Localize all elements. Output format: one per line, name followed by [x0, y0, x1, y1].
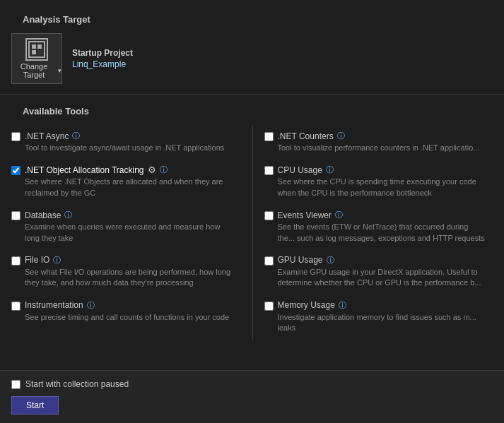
- info-icon-net-async[interactable]: ⓘ: [72, 131, 80, 141]
- tool-item-events-viewer: Events Viewer ⓘ See the events (ETW or N…: [252, 204, 493, 249]
- tool-item-net-object-allocation: .NET Object Allocation Tracking ⚙ ⓘ See …: [11, 159, 252, 204]
- tool-checkbox-memory-usage[interactable]: [264, 302, 274, 311]
- analysis-target-title: Analysis Target: [11, 7, 493, 29]
- tool-content-memory-usage: Memory Usage ⓘ Investigate application m…: [278, 300, 488, 334]
- tool-checkbox-database[interactable]: [11, 211, 20, 220]
- tools-grid: .NET Async ⓘ Tool to investigate async/a…: [11, 125, 493, 340]
- available-tools-title: Available Tools: [11, 99, 493, 121]
- target-row: Change Target ▾ Startup Project Linq_Exa…: [11, 33, 493, 84]
- tool-content-database: Database ⓘ Examine when queries were exe…: [25, 210, 237, 244]
- tool-content-file-io: File IO ⓘ See what File I/O operations a…: [25, 255, 237, 289]
- info-icon-net-object-allocation[interactable]: ⓘ: [160, 165, 168, 175]
- info-icon-cpu-usage[interactable]: ⓘ: [326, 165, 334, 175]
- tool-name-net-object-allocation: .NET Object Allocation Tracking: [25, 165, 144, 175]
- tool-checkbox-cpu-usage[interactable]: [264, 166, 274, 175]
- info-icon-events-viewer[interactable]: ⓘ: [335, 210, 343, 220]
- tool-name-cpu-usage: CPU Usage: [278, 165, 322, 175]
- info-icon-instrumentation[interactable]: ⓘ: [87, 300, 95, 311]
- tool-checkbox-gpu-usage[interactable]: [264, 256, 274, 266]
- svg-rect-1: [32, 44, 36, 49]
- info-icon-memory-usage[interactable]: ⓘ: [339, 300, 346, 311]
- start-button[interactable]: Start: [11, 396, 59, 415]
- tool-name-events-viewer: Events Viewer: [278, 210, 332, 220]
- tool-desc-memory-usage: Investigate application memory to find i…: [278, 312, 488, 334]
- tool-name-database: Database: [25, 210, 61, 220]
- tool-item-gpu-usage: GPU Usage ⓘ Examine GPU usage in your Di…: [252, 249, 493, 294]
- tool-content-net-counters: .NET Counters ⓘ Tool to visualize perfor…: [278, 131, 480, 153]
- tool-item-file-io: File IO ⓘ See what File I/O operations a…: [11, 249, 252, 294]
- svg-rect-2: [37, 44, 42, 49]
- tool-item-net-async: .NET Async ⓘ Tool to investigate async/a…: [11, 125, 252, 159]
- bottom-area: Start with collection paused Start: [0, 370, 504, 423]
- tool-checkbox-events-viewer[interactable]: [264, 211, 274, 220]
- tool-desc-database: Examine when queries were executed and m…: [25, 222, 237, 244]
- tool-item-instrumentation: Instrumentation ⓘ See precise timing and…: [11, 294, 252, 340]
- tool-name-net-counters: .NET Counters: [278, 131, 334, 141]
- startup-info: Startup Project Linq_Example: [72, 48, 133, 69]
- info-icon-net-counters[interactable]: ⓘ: [337, 131, 345, 141]
- tool-item-cpu-usage: CPU Usage ⓘ See where the CPU is spendin…: [252, 159, 493, 204]
- change-target-button[interactable]: Change Target ▾: [11, 33, 62, 84]
- gear-icon-net-object-allocation[interactable]: ⚙: [148, 165, 156, 175]
- tool-desc-cpu-usage: See where the CPU is spending time execu…: [278, 177, 488, 198]
- tool-desc-net-async: Tool to investigate async/await usage in…: [25, 143, 224, 153]
- change-target-icon: [25, 38, 48, 61]
- startup-project-name: Linq_Example: [72, 59, 133, 69]
- tool-item-database: Database ⓘ Examine when queries were exe…: [11, 204, 252, 249]
- analysis-target-section: Analysis Target Change Target ▾ Startup …: [0, 0, 504, 94]
- startup-label: Startup Project: [72, 48, 133, 58]
- tool-content-net-object-allocation: .NET Object Allocation Tracking ⚙ ⓘ See …: [25, 165, 237, 198]
- tool-item-net-counters: .NET Counters ⓘ Tool to visualize perfor…: [252, 125, 493, 159]
- tool-desc-net-object-allocation: See where .NET Objects are allocated and…: [25, 177, 237, 198]
- tool-name-gpu-usage: GPU Usage: [278, 255, 323, 265]
- available-tools-section: Available Tools .NET Async ⓘ Tool to inv…: [0, 95, 504, 340]
- tool-name-net-async: .NET Async: [25, 131, 69, 141]
- chevron-down-icon: ▾: [58, 67, 61, 74]
- tool-item-memory-usage: Memory Usage ⓘ Investigate application m…: [252, 294, 493, 340]
- tool-desc-instrumentation: See precise timing and call counts of fu…: [25, 312, 229, 323]
- tool-checkbox-instrumentation[interactable]: [11, 302, 20, 311]
- svg-rect-4: [37, 50, 42, 54]
- tool-content-events-viewer: Events Viewer ⓘ See the events (ETW or N…: [278, 210, 488, 244]
- tool-content-net-async: .NET Async ⓘ Tool to investigate async/a…: [25, 131, 224, 153]
- change-target-label: Change Target ▾: [12, 62, 61, 79]
- tool-name-memory-usage: Memory Usage: [278, 300, 335, 310]
- tool-content-instrumentation: Instrumentation ⓘ See precise timing and…: [25, 300, 229, 323]
- info-icon-file-io[interactable]: ⓘ: [53, 255, 61, 266]
- tool-checkbox-net-object-allocation[interactable]: [11, 166, 20, 175]
- tool-checkbox-net-async[interactable]: [11, 132, 20, 141]
- tool-content-cpu-usage: CPU Usage ⓘ See where the CPU is spendin…: [278, 165, 488, 198]
- info-icon-database[interactable]: ⓘ: [64, 210, 72, 220]
- tool-desc-net-counters: Tool to visualize performance counters i…: [278, 143, 480, 153]
- tool-content-gpu-usage: GPU Usage ⓘ Examine GPU usage in your Di…: [278, 255, 488, 289]
- tool-name-file-io: File IO: [25, 255, 49, 265]
- collection-paused-row: Start with collection paused: [11, 379, 493, 389]
- svg-rect-0: [29, 42, 45, 57]
- tool-desc-gpu-usage: Examine GPU usage in your DirectX applic…: [278, 267, 488, 289]
- tool-checkbox-file-io[interactable]: [11, 256, 20, 266]
- tool-name-instrumentation: Instrumentation: [25, 300, 83, 310]
- info-icon-gpu-usage[interactable]: ⓘ: [327, 255, 334, 266]
- tool-checkbox-net-counters[interactable]: [264, 132, 274, 141]
- tool-desc-file-io: See what File I/O operations are being p…: [25, 267, 237, 289]
- collection-paused-label[interactable]: Start with collection paused: [25, 379, 129, 389]
- tool-desc-events-viewer: See the events (ETW or NetTrace) that oc…: [278, 222, 488, 244]
- collection-paused-checkbox[interactable]: [11, 380, 20, 389]
- svg-rect-3: [32, 50, 36, 54]
